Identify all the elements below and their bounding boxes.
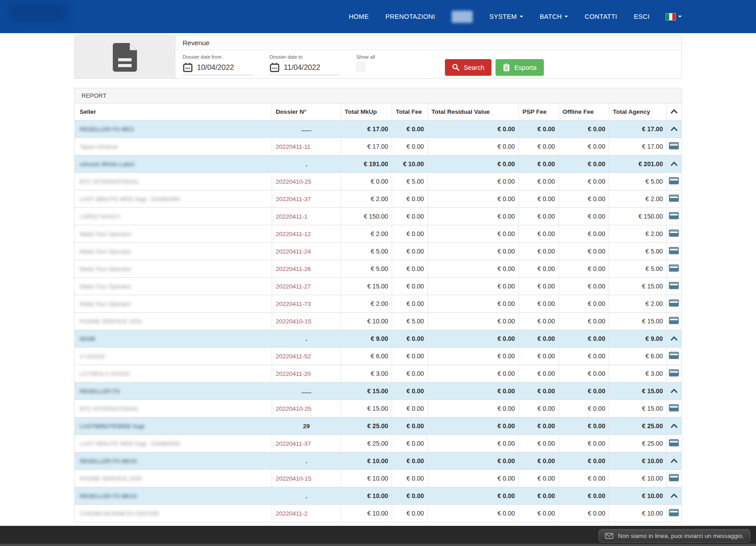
total-fee-cell: € 0.00 bbox=[392, 295, 428, 313]
nav-item-prenotazioni[interactable]: PRENOTAZIONI bbox=[385, 13, 435, 20]
payment-detail-button[interactable] bbox=[669, 282, 679, 289]
dossier-link[interactable]: 20220411-24 bbox=[276, 248, 311, 255]
table-row-group: RESELLER FS......€ 15.00€ 0.00€ 0.00€ 0.… bbox=[75, 383, 681, 400]
dossier-link[interactable]: 20220411-2 bbox=[276, 510, 308, 517]
chevron-down-icon bbox=[520, 16, 523, 17]
payment-detail-button[interactable] bbox=[669, 247, 679, 254]
total-fee-cell: € 0.00 bbox=[392, 435, 428, 452]
payment-detail-button[interactable] bbox=[669, 439, 679, 447]
field-label: Show all bbox=[356, 54, 396, 60]
payment-detail-button[interactable] bbox=[669, 142, 679, 150]
dossier-link[interactable]: 20220411-26 bbox=[276, 266, 311, 272]
collapse-group-button[interactable] bbox=[671, 336, 678, 341]
collapse-group-button[interactable] bbox=[671, 126, 678, 131]
dossier-link[interactable]: 20220411-73 bbox=[276, 301, 311, 307]
dossier-link[interactable]: 20220410-25 bbox=[276, 405, 312, 412]
nav-item-batch[interactable]: BATCH bbox=[540, 13, 568, 20]
psp-fee-cell: € 0.00 bbox=[519, 225, 559, 243]
collapse-group-button[interactable] bbox=[671, 423, 678, 428]
total-mkup-cell: € 10.00 bbox=[341, 313, 392, 330]
credit-card-icon bbox=[669, 352, 679, 359]
total-fee-cell: € 0.00 bbox=[392, 278, 428, 295]
chevron-up-icon bbox=[671, 336, 678, 341]
envelope-icon bbox=[605, 533, 613, 539]
nav-item-contatti[interactable]: CONTATTI bbox=[585, 13, 617, 20]
dossier-link[interactable]: 20220411-20 bbox=[276, 370, 311, 377]
nav-item-esci[interactable]: ESCI bbox=[634, 13, 649, 20]
show-all-checkbox[interactable] bbox=[356, 62, 365, 71]
dossier-link[interactable]: 20220411-12 bbox=[276, 231, 311, 237]
payment-detail-button[interactable] bbox=[669, 229, 679, 237]
report-panel: REPORT Seller Dossier N° Total MkUp Tota… bbox=[74, 88, 682, 522]
report-title: REPORT bbox=[75, 88, 681, 103]
dossier-link[interactable]: 20220411-37 bbox=[276, 440, 311, 447]
total-agency-cell: € 15.00 bbox=[609, 278, 667, 295]
total-agency-cell: € 10.00 bbox=[609, 487, 667, 505]
filter-form-area: Revenue Dossier date from 10/04/2022 Dos… bbox=[175, 36, 681, 78]
total-mkup-cell: € 5.00 bbox=[341, 243, 392, 260]
dossier-link[interactable]: 20220411-27 bbox=[276, 283, 311, 290]
payment-detail-button[interactable] bbox=[669, 212, 679, 219]
table-row-group: RESELLER FS MK10.€ 10.00€ 0.00€ 0.00€ 0.… bbox=[75, 487, 681, 505]
total-mkup-cell: € 2.00 bbox=[341, 190, 392, 208]
payment-detail-button[interactable] bbox=[669, 194, 679, 202]
total-residual-value-cell: € 0.00 bbox=[428, 208, 519, 225]
total-fee-cell: € 0.00 bbox=[392, 348, 428, 365]
total-agency-cell: € 25.00 bbox=[609, 417, 667, 435]
esporta-button[interactable]: Esporta bbox=[495, 59, 544, 76]
nav-item-home[interactable]: HOME bbox=[349, 13, 369, 20]
total-residual-value-cell: € 0.00 bbox=[428, 173, 519, 190]
total-agency-cell: € 5.00 bbox=[609, 260, 667, 278]
total-fee-cell: € 0.00 bbox=[392, 365, 428, 383]
psp-fee-cell: € 0.00 bbox=[519, 313, 559, 330]
dossier-link[interactable]: 20220410-15 bbox=[276, 318, 312, 325]
payment-detail-button[interactable] bbox=[669, 264, 679, 272]
collapse-all-button[interactable] bbox=[671, 109, 678, 114]
seller-name: LAST MINUTE WEB Sagl - DANMARK bbox=[80, 440, 180, 447]
total-mkup-cell: € 191.00 bbox=[341, 155, 392, 173]
collapse-group-button[interactable] bbox=[671, 493, 678, 498]
language-selector[interactable] bbox=[666, 13, 682, 20]
dossier-link[interactable]: 20220411-37 bbox=[276, 196, 311, 202]
total-residual-value-cell: € 0.00 bbox=[428, 452, 519, 470]
dossier-link[interactable]: 20220410-25 bbox=[276, 178, 312, 185]
psp-fee-cell: € 0.00 bbox=[519, 243, 559, 260]
nav-item-system[interactable]: SYSTEM bbox=[489, 13, 523, 20]
col-dossier: Dossier N° bbox=[272, 103, 341, 120]
total-fee-cell: € 0.00 bbox=[392, 330, 428, 348]
dossier-link[interactable]: 20220411-11 bbox=[276, 143, 311, 150]
collapse-group-button[interactable] bbox=[671, 458, 678, 463]
calendar-icon bbox=[269, 62, 280, 73]
credit-card-icon bbox=[669, 317, 679, 324]
psp-fee-cell: € 0.00 bbox=[519, 138, 559, 155]
total-residual-value-cell: € 0.00 bbox=[428, 260, 519, 278]
total-mkup-cell: € 17.00 bbox=[341, 120, 392, 138]
total-mkup-cell: € 15.00 bbox=[341, 383, 392, 400]
table-row-detail: Malta Tour Operator20220411-27€ 15.00€ 0… bbox=[75, 278, 681, 295]
offline-fee-cell: € 0.00 bbox=[559, 155, 609, 173]
payment-detail-button[interactable] bbox=[669, 474, 679, 482]
payment-detail-button[interactable] bbox=[669, 317, 679, 324]
dossier-group-value: ...... bbox=[272, 383, 341, 400]
dossier-link[interactable]: 20220411-52 bbox=[276, 353, 311, 360]
nav-item-redacted[interactable] bbox=[452, 11, 473, 23]
payment-detail-button[interactable] bbox=[669, 509, 679, 516]
payment-detail-button[interactable] bbox=[669, 369, 679, 377]
payment-detail-button[interactable] bbox=[669, 299, 679, 307]
dossier-link[interactable]: 20220411-1 bbox=[276, 213, 308, 220]
payment-detail-button[interactable] bbox=[669, 352, 679, 359]
collapse-group-button[interactable] bbox=[671, 388, 678, 393]
chat-widget[interactable]: Non siamo in linea, puoi inviarci un mes… bbox=[598, 529, 751, 543]
total-residual-value-cell: € 0.00 bbox=[428, 225, 519, 243]
dossier-date-to-input[interactable]: 11/04/2022 bbox=[269, 62, 340, 75]
payment-detail-button[interactable] bbox=[669, 404, 679, 412]
payment-detail-button[interactable] bbox=[669, 177, 679, 185]
table-row-group: uGusto White Label.€ 191.00€ 10.00€ 0.00… bbox=[75, 155, 681, 173]
total-residual-value-cell: € 0.00 bbox=[428, 487, 519, 505]
collapse-group-button[interactable] bbox=[671, 161, 678, 166]
dossier-link[interactable]: 20220410-15 bbox=[276, 475, 312, 482]
chevron-up-icon bbox=[671, 423, 678, 428]
offline-fee-cell: € 0.00 bbox=[559, 173, 609, 190]
search-button[interactable]: Search bbox=[445, 59, 491, 76]
dossier-date-from-input[interactable]: 10/04/2022 bbox=[183, 62, 253, 75]
